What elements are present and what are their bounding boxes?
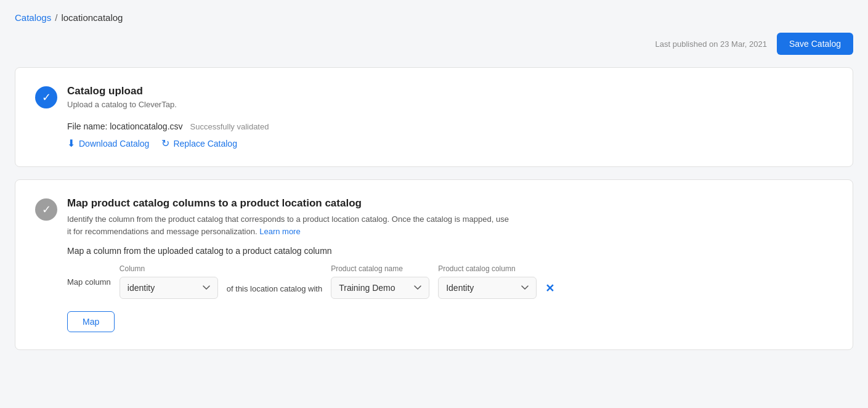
map-btn-row: Map: [67, 311, 833, 332]
map-catalog-card: ✓ Map product catalog columns to a produ…: [15, 179, 853, 350]
card1-title: Catalog upload: [67, 85, 177, 97]
of-text: of this location catalog with: [227, 271, 322, 293]
replace-icon: ↻: [161, 137, 169, 149]
catalog-upload-card: ✓ Catalog upload Upload a catalog to Cle…: [15, 67, 853, 167]
replace-catalog-link[interactable]: ↻ Replace Catalog: [161, 137, 237, 149]
file-name-value: locationcatalog.csv: [110, 121, 182, 131]
card2-title: Map product catalog columns to a product…: [67, 197, 511, 210]
card1-header: ✓ Catalog upload Upload a catalog to Cle…: [35, 85, 833, 109]
card1-check-icon: ✓: [35, 86, 57, 108]
column-dropdown-wrapper: Column identity: [120, 264, 218, 299]
download-label: Download Catalog: [79, 139, 149, 149]
map-instruction: Map a column from the uploaded catalog t…: [67, 246, 833, 256]
breadcrumb-catalogs-link[interactable]: Catalogs: [15, 12, 51, 23]
last-published-text: Last published on 23 Mar, 2021: [655, 39, 767, 49]
file-name-label: File name:: [67, 121, 107, 131]
learn-more-link[interactable]: Learn more: [259, 227, 300, 236]
product-column-dropdown-wrapper: Product catalog column Identity: [438, 264, 537, 299]
validated-badge: Successfully validated: [190, 122, 269, 131]
map-row: Map column Column identity of this locat…: [67, 264, 833, 299]
map-column-label: Map column: [67, 277, 111, 287]
product-column-header: Product catalog column: [438, 264, 537, 273]
file-name-text: File name: locationcatalog.csv: [67, 121, 183, 131]
top-bar: Last published on 23 Mar, 2021 Save Cata…: [15, 33, 853, 55]
card2-header: ✓ Map product catalog columns to a produ…: [35, 197, 833, 237]
card1-title-group: Catalog upload Upload a catalog to Cleve…: [67, 85, 177, 109]
card2-check-icon: ✓: [35, 198, 57, 221]
column-select[interactable]: identity: [120, 277, 218, 299]
product-catalog-header: Product catalog name: [331, 264, 429, 273]
product-catalog-select[interactable]: Training Demo: [331, 277, 429, 299]
file-name-row: File name: locationcatalog.csv Successfu…: [67, 121, 833, 131]
card2-title-group: Map product catalog columns to a product…: [67, 197, 511, 237]
card2-description: Identify the column from the product cat…: [67, 213, 511, 237]
file-actions: ⬇ Download Catalog ↻ Replace Catalog: [67, 137, 833, 149]
product-catalog-dropdown-wrapper: Product catalog name Training Demo: [331, 264, 429, 299]
download-catalog-link[interactable]: ⬇ Download Catalog: [67, 137, 149, 149]
breadcrumb-separator: /: [55, 12, 57, 23]
file-info: File name: locationcatalog.csv Successfu…: [67, 121, 833, 149]
replace-label: Replace Catalog: [173, 139, 237, 149]
remove-mapping-button[interactable]: ✕: [545, 269, 554, 294]
column-header: Column: [120, 264, 218, 273]
save-catalog-button[interactable]: Save Catalog: [777, 33, 853, 55]
card1-subtitle: Upload a catalog to CleverTap.: [67, 100, 177, 109]
map-button[interactable]: Map: [67, 311, 115, 332]
breadcrumb: Catalogs / locationcatalog: [15, 12, 853, 23]
download-icon: ⬇: [67, 137, 75, 149]
product-column-select[interactable]: Identity: [438, 277, 537, 299]
breadcrumb-current: locationcatalog: [61, 12, 123, 23]
